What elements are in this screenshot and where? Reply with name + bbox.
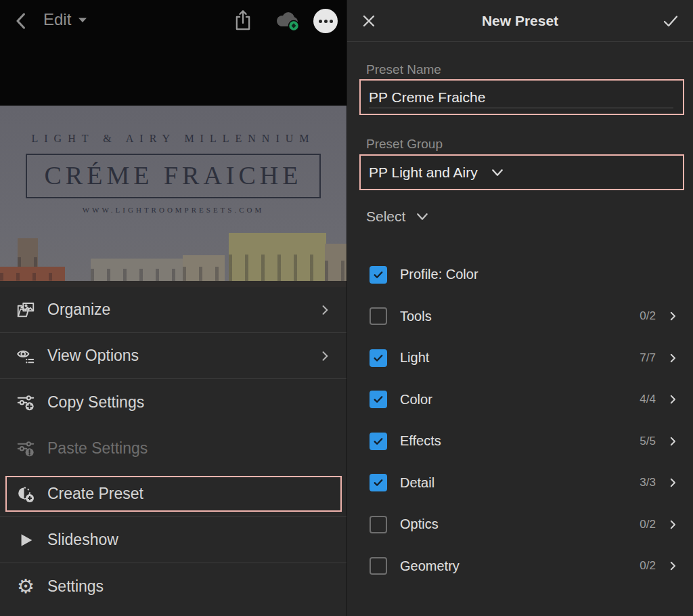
- building: [183, 255, 225, 281]
- section-row-color[interactable]: Color 4/4: [347, 379, 693, 421]
- copy-settings-icon: [15, 391, 37, 413]
- menu-item-label: Slideshow: [47, 531, 118, 549]
- checkbox[interactable]: [370, 307, 387, 325]
- menu-item-organize[interactable]: Organize: [0, 287, 346, 333]
- chevron-left-icon: [11, 11, 31, 31]
- chevron-down-icon: [416, 213, 428, 221]
- slideshow-icon: [15, 529, 37, 551]
- cover-website: WWW.LIGHTROOMPRESETS.COM: [0, 206, 346, 214]
- settings-icon: ⚙: [15, 575, 37, 597]
- chevron-right-icon: [667, 560, 679, 572]
- section-count: 5/5: [640, 435, 656, 448]
- section-row-detail[interactable]: Detail 3/3: [347, 462, 693, 504]
- section-row-profile[interactable]: Profile: Color: [347, 254, 693, 296]
- section-row-optics[interactable]: Optics 0/2: [347, 504, 693, 546]
- checkbox[interactable]: [370, 266, 387, 284]
- section-label: Light: [400, 350, 429, 366]
- section-count: 0/2: [640, 518, 656, 531]
- checkbox[interactable]: [370, 433, 387, 450]
- section-label: Geometry: [400, 558, 460, 574]
- checkbox[interactable]: [370, 557, 387, 575]
- context-menu: Organize View Options: [0, 287, 346, 616]
- section-label: Detail: [400, 475, 434, 491]
- panel-header: New Preset: [347, 0, 693, 42]
- checkbox[interactable]: [370, 516, 387, 533]
- section-row-tools[interactable]: Tools 0/2: [347, 296, 693, 338]
- preset-group-value: PP Light and Airy: [369, 164, 478, 181]
- preset-name-input[interactable]: [369, 81, 667, 114]
- menu-item-slideshow[interactable]: Slideshow: [0, 517, 346, 563]
- chevron-right-icon: [667, 435, 679, 447]
- confirm-button[interactable]: [662, 13, 679, 32]
- section-label: Tools: [400, 309, 432, 324]
- building: [229, 233, 326, 281]
- check-icon: [372, 435, 384, 447]
- section-count: 0/2: [640, 559, 656, 573]
- menu-item-label: Paste Settings: [47, 439, 148, 458]
- select-dropdown[interactable]: Select: [366, 208, 428, 225]
- building: [325, 244, 346, 281]
- chevron-right-icon: [667, 393, 679, 405]
- preset-sections-list: Profile: Color Tools 0/2 Light 7/7: [347, 254, 693, 587]
- menu-item-label: View Options: [47, 347, 139, 365]
- checkbox[interactable]: [370, 391, 387, 408]
- cover-title: CRÉME FRAICHE: [45, 160, 303, 190]
- cloud-sync-button[interactable]: [272, 9, 302, 35]
- section-count: 4/4: [640, 393, 656, 406]
- checkbox[interactable]: [370, 474, 387, 491]
- section-row-geometry[interactable]: Geometry 0/2: [347, 546, 693, 588]
- new-preset-panel: New Preset Preset Name Preset Group PP L…: [346, 0, 693, 616]
- section-row-effects[interactable]: Effects 5/5: [347, 420, 693, 462]
- share-button[interactable]: [232, 9, 254, 35]
- select-label: Select: [366, 208, 405, 225]
- chevron-right-icon: [667, 477, 679, 489]
- chevron-right-icon: [318, 349, 332, 363]
- back-button[interactable]: [11, 11, 31, 31]
- building: [0, 267, 65, 281]
- paste-settings-icon: [15, 437, 37, 459]
- chevron-right-icon: [667, 310, 679, 322]
- edit-mode-dropdown[interactable]: Edit: [43, 10, 87, 29]
- close-icon: [361, 13, 377, 29]
- preset-name-field[interactable]: [359, 79, 684, 115]
- building: [91, 259, 187, 281]
- chevron-right-icon: [667, 352, 679, 364]
- close-button[interactable]: [361, 13, 377, 32]
- cover-title-frame: CRÉME FRAICHE: [26, 154, 321, 198]
- chevron-right-icon: [667, 519, 679, 531]
- preset-cover-text: LIGHT & AIRY MILLENNIUM CRÉME FRAICHE WW…: [0, 133, 346, 214]
- check-icon: [372, 477, 384, 489]
- check-icon: [372, 393, 384, 405]
- checkmark-icon: [662, 13, 679, 29]
- chevron-right-icon: [318, 303, 332, 317]
- cover-kicker: LIGHT & AIRY MILLENNIUM: [0, 133, 346, 145]
- preset-group-dropdown[interactable]: PP Light and Airy: [359, 154, 684, 190]
- create-preset-icon: [15, 483, 37, 505]
- panel-title: New Preset: [482, 13, 558, 29]
- checkbox[interactable]: [370, 349, 387, 367]
- menu-item-paste-settings[interactable]: Paste Settings: [0, 425, 346, 471]
- caret-down-icon: [78, 17, 87, 23]
- view-options-icon: [15, 345, 37, 367]
- top-toolbar: Edit: [0, 0, 346, 42]
- more-options-button[interactable]: [313, 9, 338, 33]
- lightroom-app: Edit: [0, 0, 693, 616]
- menu-item-label: Copy Settings: [47, 393, 144, 412]
- edit-screen: Edit: [0, 0, 346, 616]
- section-row-light[interactable]: Light 7/7: [347, 337, 693, 379]
- menu-item-copy-settings[interactable]: Copy Settings: [0, 379, 346, 425]
- menu-item-label: Create Preset: [47, 485, 143, 503]
- section-count: 7/7: [640, 351, 656, 365]
- preset-group-label: Preset Group: [366, 137, 443, 152]
- check-icon: [372, 269, 384, 281]
- menu-item-label: Settings: [47, 577, 104, 596]
- photo-preview: LIGHT & AIRY MILLENNIUM CRÉME FRAICHE WW…: [0, 106, 346, 287]
- preset-name-label: Preset Name: [366, 62, 441, 77]
- section-count: 3/3: [640, 476, 656, 489]
- menu-item-settings[interactable]: ⚙ Settings: [0, 563, 346, 609]
- menu-item-view-options[interactable]: View Options: [0, 333, 346, 379]
- input-underline: [369, 108, 673, 108]
- organize-icon: [15, 299, 37, 321]
- menu-item-create-preset[interactable]: Create Preset: [0, 471, 346, 517]
- section-label: Profile: Color: [400, 267, 478, 282]
